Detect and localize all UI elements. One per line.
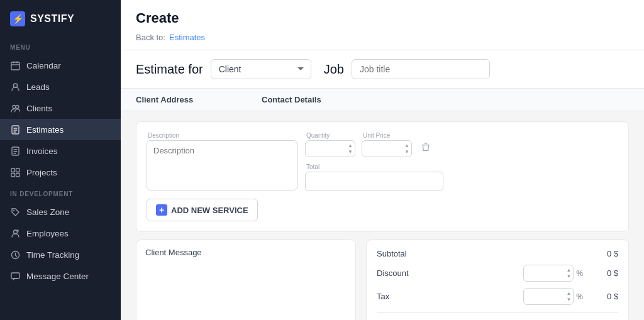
totals-card: Subtotal 0 $ Discount 0 ▲ ▼ % [366,240,629,320]
sidebar-item-label-invoices: Invoices [26,146,58,156]
service-row: Description Quantity 0 ▲ ▼ [147,132,618,191]
breadcrumb: Back to: Estimates [136,33,629,50]
tax-down-btn[interactable]: ▼ [566,297,571,303]
back-to-label: Back to: [136,33,165,42]
tax-input-group: 0 ▲ ▼ % [523,288,583,305]
quantity-field-group: Quantity 0 ▲ ▼ [305,132,355,157]
subtotal-label: Subtotal [377,249,593,258]
message-icon [10,271,20,281]
sidebar-item-label-leads: Leads [26,82,50,92]
total-label: Total [305,163,443,170]
logo[interactable]: ⚡ SYSTIFY [0,0,121,36]
unit-price-label: Unit Price [362,132,412,139]
client-select[interactable]: Client [211,59,311,79]
logo-text: SYSTIFY [30,13,74,25]
estimate-for-row: Estimate for Client Job [121,50,644,89]
svg-rect-8 [11,173,15,177]
bottom-row: Client Message Subtotal 0 $ Discount 0 ▲ [136,240,629,320]
quantity-down-btn[interactable]: ▼ [348,149,353,155]
plus-icon: + [156,204,167,216]
client-message-textarea[interactable] [145,261,347,311]
sidebar-item-leads[interactable]: Leads [0,76,121,97]
sidebar-item-label-estimates: Estimates [26,125,64,135]
tax-spinner: 0 ▲ ▼ [523,288,574,305]
right-fields: Quantity 0 ▲ ▼ Unit Price [305,132,443,191]
discount-down-btn[interactable]: ▼ [566,273,571,280]
add-new-service-button[interactable]: + ADD NEW SERVICE [147,199,258,221]
page-title: Create [136,10,629,26]
sidebar-item-projects[interactable]: Projects [0,162,121,183]
sidebar-item-employees[interactable]: Employees [0,223,121,244]
tax-row: Tax 0 ▲ ▼ % 0 $ [377,288,618,305]
invoices-icon [10,146,20,156]
svg-rect-6 [11,168,15,172]
tax-value: 0 $ [593,292,618,301]
sidebar-item-sales-zone[interactable]: Sales Zone [0,201,121,223]
tax-up-btn[interactable]: ▲ [566,290,571,297]
sidebar-item-label-sales-zone: Sales Zone [26,207,69,217]
discount-spinner: 0 ▲ ▼ [523,265,574,282]
subtotal-value: 0 $ [593,249,618,258]
client-address-label: Client Address [136,95,262,104]
discount-spin-btns: ▲ ▼ [566,267,571,280]
sidebar-item-label-calendar: Calendar [26,61,61,70]
back-link[interactable]: Estimates [169,33,205,42]
sidebar-item-calendar[interactable]: Calendar [0,55,121,76]
qty-price-row: Quantity 0 ▲ ▼ Unit Price [305,132,443,157]
main-content: Create Back to: Estimates Estimate for C… [121,0,644,320]
description-field-group: Description [147,132,297,190]
discount-up-btn[interactable]: ▲ [566,267,571,273]
svg-rect-15 [425,143,427,144]
sidebar-item-time-tracking[interactable]: Time Tracking [0,244,121,265]
sidebar-item-label-message-center: Message Center [26,272,89,281]
unit-price-spinner: 0 ▲ ▼ [362,140,412,157]
sidebar-item-clients[interactable]: Clients [0,97,121,119]
sidebar-item-invoices[interactable]: Invoices [0,140,121,162]
svg-point-3 [16,105,19,108]
contact-details-label: Contact Details [262,95,321,104]
add-service-label: ADD NEW SERVICE [171,206,248,215]
total-input[interactable]: 0 [305,172,443,191]
content-area: Description Quantity 0 ▲ ▼ [121,111,644,320]
description-label: Description [147,132,297,139]
unit-price-spin-btns: ▲ ▼ [404,143,409,155]
svg-rect-9 [16,173,19,177]
tax-label: Tax [377,292,523,301]
discount-label: Discount [377,268,523,278]
estimate-for-label: Estimate for [136,62,203,77]
projects-icon [10,167,20,177]
menu-section-label: MENU [0,36,121,55]
tag-icon [10,207,20,217]
services-card: Description Quantity 0 ▲ ▼ [136,121,629,232]
sidebar-item-estimates[interactable]: Estimates [0,119,121,140]
job-title-input[interactable] [352,59,490,79]
svg-point-2 [13,105,16,108]
address-row: Client Address Contact Details [121,89,644,111]
discount-row: Discount 0 ▲ ▼ % 0 $ [377,265,618,282]
unit-price-down-btn[interactable]: ▼ [404,149,409,155]
discount-value: 0 $ [593,268,618,278]
calendar-icon [10,60,20,70]
svg-point-10 [13,210,14,211]
quantity-label: Quantity [305,132,355,139]
sidebar-item-label-employees: Employees [26,229,69,238]
quantity-spinner: 0 ▲ ▼ [305,140,355,157]
unit-price-up-btn[interactable]: ▲ [404,143,409,149]
totals-divider [377,312,618,313]
job-label: Job [324,62,344,77]
sidebar-item-message-center[interactable]: Message Center [0,265,121,287]
users-icon [10,103,20,113]
clock-icon [10,250,20,260]
svg-rect-13 [11,273,19,279]
estimates-icon [10,124,20,135]
page-header: Create Back to: Estimates [121,0,644,50]
delete-service-button[interactable] [418,140,433,155]
unit-price-field-group: Unit Price 0 ▲ ▼ [362,132,412,157]
discount-percent-label: % [576,269,583,278]
quantity-up-btn[interactable]: ▲ [348,143,353,149]
quantity-spin-btns: ▲ ▼ [348,143,353,155]
total-field-group: Total 0 [305,163,443,191]
sidebar: ⚡ SYSTIFY MENU Calendar Leads Clients Es… [0,0,121,320]
client-message-card: Client Message [136,240,356,320]
description-textarea[interactable] [147,140,297,190]
